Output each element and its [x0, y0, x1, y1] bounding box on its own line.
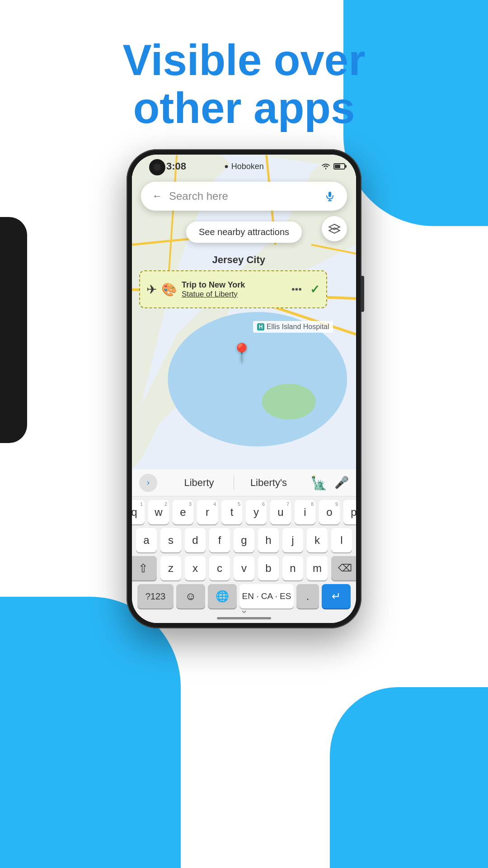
key-a[interactable]: a: [136, 528, 157, 552]
suggestion-libertys[interactable]: Liberty's: [234, 477, 303, 489]
status-icons: [321, 163, 345, 170]
key-z[interactable]: z: [160, 556, 181, 580]
phone-body: 3:08 ● Hoboken: [127, 149, 361, 628]
key-row-3: ⇧ z x c v b n m ⌫: [135, 556, 353, 580]
ellis-island-label: H Ellis Island Hospital: [253, 321, 333, 333]
back-button[interactable]: ←: [150, 189, 164, 203]
suggestions-chevron[interactable]: ›: [139, 474, 157, 492]
key-m[interactable]: m: [307, 556, 328, 580]
key-b[interactable]: b: [258, 556, 279, 580]
key-v[interactable]: v: [234, 556, 254, 580]
delete-key[interactable]: ⌫: [331, 556, 356, 580]
key-j[interactable]: j: [282, 528, 303, 552]
num-key[interactable]: ?123: [137, 584, 174, 609]
key-r[interactable]: 4r: [197, 500, 218, 524]
nearby-attractions-button[interactable]: See nearby attractions: [186, 222, 302, 243]
enter-key[interactable]: ↵: [322, 584, 351, 609]
key-row-2: a s d f g h j k l: [135, 528, 353, 552]
key-s[interactable]: s: [160, 528, 181, 552]
trip-more-button[interactable]: •••: [288, 283, 305, 295]
key-c[interactable]: c: [209, 556, 230, 580]
suggestion-emoji[interactable]: 🗽: [310, 475, 327, 491]
key-q[interactable]: 1q: [132, 500, 145, 524]
emoji-key[interactable]: ☺: [176, 584, 205, 609]
key-i[interactable]: 8i: [295, 500, 315, 524]
svg-rect-10: [328, 192, 331, 197]
svg-marker-14: [329, 228, 340, 233]
key-y[interactable]: 6y: [246, 500, 267, 524]
keyboard-mic[interactable]: 🎤: [334, 476, 349, 490]
trip-subtitle: Statue of Liberty: [182, 290, 283, 299]
header-title: Visible over other apps: [0, 36, 488, 132]
key-t[interactable]: 5t: [221, 500, 242, 524]
mic-icon: [324, 191, 335, 202]
jersey-city-label: Jersey City: [212, 254, 265, 266]
key-row-1: 1q 2w 3e 4r 5t 6y 7u 8i 9o 0p: [135, 500, 353, 524]
key-w[interactable]: 2w: [148, 500, 169, 524]
trip-notification[interactable]: ✈ 🎨 Trip to New York Statue of Liberty •…: [139, 270, 327, 308]
key-l[interactable]: l: [331, 528, 352, 552]
key-p[interactable]: 0p: [343, 500, 356, 524]
search-bar[interactable]: ← Search here: [141, 182, 347, 211]
period-key[interactable]: .: [296, 584, 319, 609]
hospital-icon: H: [257, 323, 265, 331]
key-d[interactable]: d: [185, 528, 206, 552]
battery-icon: [333, 163, 345, 170]
shift-key[interactable]: ⇧: [132, 556, 157, 580]
map-pin: 📍: [230, 342, 253, 363]
key-h[interactable]: h: [258, 528, 279, 552]
key-o[interactable]: 9o: [319, 500, 340, 524]
status-time: 3:08: [166, 160, 186, 172]
art-icon: 🎨: [161, 282, 177, 297]
word-suggestions: › Liberty Liberty's 🗽 🎤: [132, 469, 356, 496]
key-e[interactable]: 3e: [173, 500, 193, 524]
status-location: Hoboken: [231, 162, 264, 171]
header-section: Visible over other apps: [0, 36, 488, 132]
keyboard-rows: 1q 2w 3e 4r 5t 6y 7u 8i 9o 0p a s: [132, 496, 356, 610]
phone-device: 3:08 ● Hoboken: [127, 149, 361, 628]
key-k[interactable]: k: [307, 528, 328, 552]
phone-screen: 3:08 ● Hoboken: [132, 155, 356, 623]
phone-side-button: [361, 276, 364, 312]
key-x[interactable]: x: [185, 556, 206, 580]
key-f[interactable]: f: [209, 528, 230, 552]
bg-wave-bottom-right: [330, 687, 488, 868]
svg-marker-13: [329, 224, 340, 230]
trip-check-button[interactable]: ✓: [310, 283, 320, 297]
svg-text:H: H: [258, 324, 263, 330]
trip-title: Trip to New York: [182, 280, 283, 290]
search-input[interactable]: Search here: [169, 190, 322, 203]
trip-text: Trip to New York Statue of Liberty: [182, 280, 283, 299]
bg-wave-bottom-left: [0, 597, 181, 868]
wifi-icon: [321, 163, 331, 170]
key-n[interactable]: n: [282, 556, 303, 580]
suggestion-liberty[interactable]: Liberty: [164, 477, 234, 489]
mic-button[interactable]: [322, 188, 338, 204]
plane-icon: ✈: [146, 282, 157, 297]
svg-point-8: [262, 384, 316, 420]
layers-icon: [328, 222, 341, 235]
globe-key[interactable]: 🌐: [208, 584, 237, 609]
home-indicator: [217, 617, 271, 619]
layers-button[interactable]: [322, 216, 347, 241]
keyboard-hide-chevron[interactable]: ⌄: [240, 604, 248, 616]
status-bar: 3:08 ● Hoboken: [132, 155, 356, 178]
key-g[interactable]: g: [234, 528, 254, 552]
partial-phone-left: [0, 217, 27, 443]
phone-camera: [149, 159, 165, 175]
map-area: 3:08 ● Hoboken: [132, 155, 356, 469]
keyboard-area: › Liberty Liberty's 🗽 🎤 1q 2w 3e 4r: [132, 469, 356, 623]
key-u[interactable]: 7u: [270, 500, 291, 524]
